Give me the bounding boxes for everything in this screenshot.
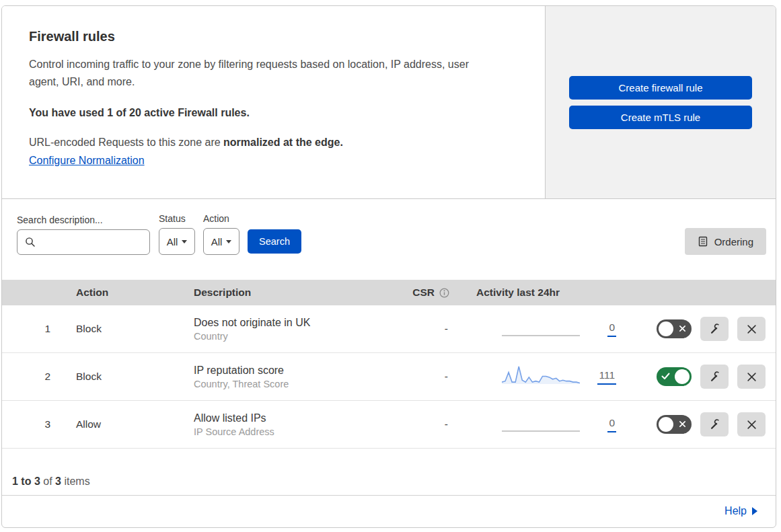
description-column-header: Description [180,287,396,299]
help-link[interactable]: Help [724,505,757,517]
toggle-knob [659,321,673,336]
normalization-bold: normalized at the edge. [223,137,343,148]
wrench-icon [709,419,720,430]
action-column-header: Action [63,287,180,299]
activity-sparkline [502,317,580,341]
close-icon [747,324,757,334]
rule-action: Block [63,323,180,335]
close-icon [747,420,757,430]
firewall-rules-card: Firewall rules Control incoming traffic … [1,5,776,528]
table-row: 2 Block IP reputation score Country, Thr… [2,353,776,401]
configure-normalization-link[interactable]: Configure Normalization [29,155,145,166]
page-title: Firewall rules [29,29,518,44]
rule-csr-value: - [396,418,463,430]
rule-description: Allow listed IPs [194,412,396,424]
rule-priority: 2 [2,371,63,383]
normalization-prefix: URL-encoded Requests to this zone are [29,137,221,148]
of-text: of [43,476,52,487]
rule-fields: IP Source Address [194,426,396,437]
wrench-icon [709,324,720,335]
header-text-panel: Firewall rules Control incoming traffic … [2,6,546,198]
activity-count-link[interactable]: 0 [607,321,616,337]
arrow-right-icon [752,507,757,515]
edit-rule-button[interactable] [700,365,729,389]
ordering-button[interactable]: Ordering [685,228,766,255]
range-text: 1 to 3 [12,476,40,487]
rule-fields: Country [194,331,396,342]
search-input[interactable] [40,236,149,248]
create-firewall-rule-button[interactable]: Create firewall rule [569,76,752,100]
csr-header-label: CSR [412,287,435,299]
csr-column-header: CSR [396,287,463,299]
normalization-note: URL-encoded Requests to this zone are no… [29,137,518,149]
toggle-knob [659,417,673,432]
create-mtls-rule-button[interactable]: Create mTLS rule [569,106,752,129]
delete-rule-button[interactable] [737,317,766,341]
toggle-knob [675,369,690,384]
rule-enabled-toggle[interactable] [657,415,692,434]
items-text: items [64,476,89,487]
delete-rule-button[interactable] [737,412,766,436]
rule-action: Allow [63,418,180,430]
activity-count-link[interactable]: 0 [607,417,616,432]
action-select-value: All [211,236,223,248]
search-box[interactable] [17,229,150,255]
rule-description: Does not originate in UK [194,317,396,329]
info-icon[interactable] [439,288,449,298]
activity-column-header: Activity last 24hr [463,287,624,299]
help-bar: Help [2,496,776,527]
rule-enabled-toggle[interactable] [657,367,692,386]
search-icon [25,237,36,248]
ordering-list-icon [698,236,708,247]
filter-bar: Search description... Status All Action … [2,199,776,280]
table-row: 1 Block Does not originate in UK Country… [2,305,776,353]
check-icon [661,371,670,383]
action-select[interactable]: All [203,228,239,255]
actions-panel: Create firewall rule Create mTLS rule [546,6,776,198]
rule-csr-value: - [396,323,463,335]
rule-priority: 3 [2,418,63,430]
table-row: 3 Allow Allow listed IPs IP Source Addre… [2,401,776,449]
status-select-value: All [167,236,178,248]
search-label: Search description... [17,215,150,225]
rule-fields: Country, Threat Score [194,379,396,389]
status-select[interactable]: All [159,228,195,255]
help-link-label: Help [724,505,747,517]
activity-sparkline [502,365,580,389]
usage-note: You have used 1 of 20 active Firewall ru… [29,107,518,119]
total-count: 3 [55,476,61,487]
delete-rule-button[interactable] [737,365,766,389]
close-icon [747,372,757,382]
chevron-down-icon [182,240,187,243]
x-icon [679,323,686,335]
page-description: Control incoming traffic to your zone by… [29,56,493,91]
rule-priority: 1 [2,323,63,335]
header-section: Firewall rules Control incoming traffic … [2,6,776,199]
edit-rule-button[interactable] [700,412,729,436]
table-header-row: Action Description CSR Activity last 24h… [2,280,776,305]
activity-count-link[interactable]: 111 [597,369,616,385]
rule-description: IP reputation score [194,365,396,377]
rule-csr-value: - [396,371,463,383]
edit-rule-button[interactable] [700,317,729,341]
wrench-icon [709,371,720,383]
x-icon [679,418,686,430]
status-label: Status [159,213,195,224]
search-button[interactable]: Search [248,229,301,254]
rule-enabled-toggle[interactable] [657,319,692,338]
activity-sparkline [502,412,580,436]
rule-action: Block [63,371,180,383]
ordering-button-label: Ordering [714,236,753,248]
pagination-summary: 1 to 3 of 3 items [2,449,776,496]
chevron-down-icon [226,240,231,243]
action-label: Action [203,213,239,224]
